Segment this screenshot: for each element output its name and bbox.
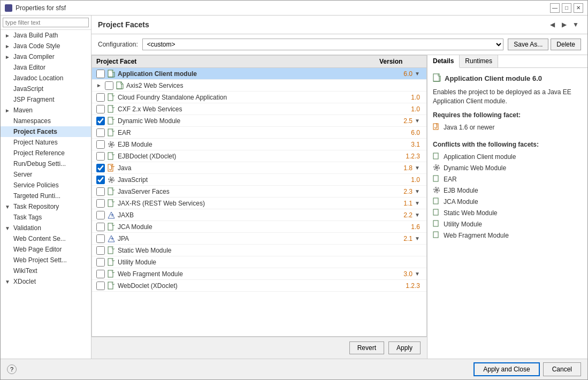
conflict-name-6: Static Web Module — [444, 209, 498, 217]
facet-row-static-web[interactable]: Static Web Module — [92, 245, 426, 256]
facet-checkbox-app-client[interactable] — [96, 70, 105, 78]
facet-checkbox-jsf[interactable] — [96, 187, 105, 196]
facet-ver-dropdown-jpa[interactable]: ▼ — [415, 235, 422, 241]
sidebar-item-project-natures[interactable]: Project Natures — [1, 137, 91, 148]
sidebar-item-wikitext[interactable]: WikiText — [1, 265, 91, 276]
facet-row-webdoclet[interactable]: WebDoclet (XDoclet) 1.2.3 — [92, 280, 426, 292]
facet-row-cloud-foundry[interactable]: Cloud Foundry Standalone Application 1.0 — [92, 92, 426, 103]
facet-row-jca[interactable]: JCA Module 1.6 — [92, 221, 426, 233]
facet-checkbox-java[interactable] — [96, 164, 105, 172]
facet-ver-dropdown-jaxb[interactable]: ▼ — [415, 212, 422, 218]
facet-row-dynamic-web[interactable]: Dynamic Web Module 2.5 ▼ — [92, 115, 426, 127]
facet-ver-dropdown-app-client[interactable]: ▼ — [415, 71, 422, 77]
facet-checkbox-ejb[interactable] — [96, 140, 105, 149]
config-select[interactable]: <custom> — [142, 39, 504, 50]
sidebar-item-validation[interactable]: ▼ Validation — [1, 223, 91, 233]
sidebar-item-web-project[interactable]: Web Project Sett... — [1, 255, 91, 265]
sidebar-item-web-page-editor[interactable]: Web Page Editor — [1, 244, 91, 255]
facet-ver-dropdown-dynamic-web[interactable]: ▼ — [415, 118, 422, 124]
back-button[interactable]: ◀ — [547, 20, 558, 29]
facet-checkbox-javascript[interactable] — [96, 176, 105, 184]
details-conflicts-list: Application Client module Dynamic Web Mo… — [433, 151, 582, 241]
conflict-name-4: EJB Module — [444, 187, 478, 194]
facet-row-app-client[interactable]: Application Client module 6.0 ▼ — [92, 68, 426, 80]
facet-checkbox-jaxrs[interactable] — [96, 199, 105, 208]
sidebar-item-targeted-runtimes[interactable]: Targeted Runti... — [1, 191, 91, 201]
tab-runtimes[interactable]: Runtimes — [460, 55, 498, 67]
facet-checkbox-web-fragment[interactable] — [96, 270, 105, 278]
svg-rect-33 — [433, 198, 438, 204]
dropdown-button[interactable]: ▼ — [570, 20, 581, 29]
details-panel: Details Runtimes Application Client modu… — [427, 55, 587, 359]
sidebar-item-web-content[interactable]: Web Content Se... — [1, 233, 91, 244]
facet-checkbox-jca[interactable] — [96, 223, 105, 231]
facet-checkbox-axis2[interactable] — [105, 81, 113, 90]
facet-checkbox-cxf[interactable] — [96, 105, 105, 113]
sidebar-item-project-facets[interactable]: Project Facets — [1, 126, 91, 137]
facet-name-jsf: JavaServer Faces — [118, 188, 388, 195]
sidebar-item-java-build-path[interactable]: ► Java Build Path — [1, 30, 91, 41]
sidebar-item-java-compiler[interactable]: ► Java Compiler — [1, 51, 91, 62]
facet-row-utility[interactable]: Utility Module — [92, 256, 426, 268]
facet-checkbox-static-web[interactable] — [96, 246, 105, 255]
facet-row-jaxrs[interactable]: JAX-RS (REST Web Services) 1.1 ▼ — [92, 197, 426, 209]
expand-arrow-axis2[interactable]: ► — [96, 82, 103, 88]
sidebar-item-javadoc-location[interactable]: Javadoc Location — [1, 73, 91, 83]
facet-ver-dropdown-web-fragment[interactable]: ▼ — [415, 271, 422, 277]
facet-ver-dropdown-java[interactable]: ▼ — [415, 165, 422, 171]
facet-checkbox-utility[interactable] — [96, 258, 105, 267]
sidebar-item-namespaces[interactable]: Namespaces — [1, 116, 91, 126]
sidebar-item-task-tags[interactable]: Task Tags — [1, 212, 91, 223]
expand-arrow: ► — [5, 54, 11, 60]
facet-checkbox-cloud-foundry[interactable] — [96, 93, 105, 102]
facet-row-ear[interactable]: EAR 6.0 — [92, 127, 426, 139]
apply-close-button[interactable]: Apply and Close — [474, 362, 539, 376]
sidebar-item-java-editor[interactable]: Java Editor — [1, 62, 91, 73]
facet-row-javascript[interactable]: JavaScript 1.0 — [92, 174, 426, 186]
facet-checkbox-ear[interactable] — [96, 128, 105, 137]
cancel-button[interactable]: Cancel — [543, 362, 581, 376]
java-icon: J — [107, 164, 116, 172]
maximize-button[interactable]: □ — [562, 3, 571, 13]
facet-checkbox-ejbdoclet[interactable] — [96, 152, 105, 161]
gear-icon-conflict-4 — [433, 186, 440, 195]
facet-row-axis2[interactable]: ► Axis2 Web Services — [92, 80, 426, 92]
facet-row-jaxb[interactable]: + JAXB 2.2 ▼ — [92, 209, 426, 221]
sidebar-item-javascript[interactable]: JavaScript — [1, 83, 91, 94]
delete-button[interactable]: Delete — [551, 39, 581, 50]
sidebar-item-label: Namespaces — [13, 117, 51, 125]
revert-button[interactable]: Revert — [349, 341, 384, 354]
forward-button[interactable]: ▶ — [559, 20, 569, 29]
facet-row-cxf[interactable]: CXF 2.x Web Services 1.0 — [92, 103, 426, 115]
sidebar-item-xdoclet[interactable]: ▼ XDoclet — [1, 276, 91, 287]
facet-name-ejbdoclet: EJBDoclet (XDoclet) — [118, 153, 395, 160]
facet-row-jpa[interactable]: + JPA 2.1 ▼ — [92, 233, 426, 245]
apply-button[interactable]: Apply — [388, 341, 421, 354]
doc-icon-conflict-8 — [433, 231, 440, 240]
close-button[interactable]: ✕ — [574, 3, 583, 13]
save-as-button[interactable]: Save As... — [508, 39, 548, 50]
help-button[interactable]: ? — [7, 364, 17, 374]
sidebar-item-task-repository[interactable]: ▼ Task Repository — [1, 201, 91, 212]
facet-row-ejb[interactable]: EJB Module 3.1 — [92, 139, 426, 150]
sidebar-item-project-reference[interactable]: Project Reference — [1, 148, 91, 158]
filter-input[interactable] — [3, 18, 89, 27]
facet-row-jsf[interactable]: JavaServer Faces 2.3 ▼ — [92, 186, 426, 197]
sidebar-item-java-code-style[interactable]: ► Java Code Style — [1, 41, 91, 51]
sidebar-item-maven[interactable]: ► Maven — [1, 105, 91, 116]
facet-ver-dropdown-jaxrs[interactable]: ▼ — [415, 200, 422, 206]
sidebar-item-service-policies[interactable]: Service Policies — [1, 180, 91, 191]
facet-row-java[interactable]: J Java 1.8 ▼ — [92, 162, 426, 174]
sidebar-item-server[interactable]: Server — [1, 169, 91, 180]
minimize-button[interactable]: ― — [550, 3, 560, 13]
sidebar-item-jsp-fragment[interactable]: JSP Fragment — [1, 94, 91, 105]
facet-checkbox-jaxb[interactable] — [96, 211, 105, 219]
facet-row-ejbdoclet[interactable]: EJBDoclet (XDoclet) 1.2.3 — [92, 150, 426, 162]
facet-ver-dropdown-jsf[interactable]: ▼ — [415, 188, 422, 194]
facet-checkbox-dynamic-web[interactable] — [96, 117, 105, 125]
tab-details[interactable]: Details — [427, 55, 460, 68]
sidebar-item-run-debug[interactable]: Run/Debug Setti... — [1, 158, 91, 169]
facet-checkbox-webdoclet[interactable] — [96, 282, 105, 290]
facet-row-web-fragment[interactable]: Web Fragment Module 3.0 ▼ — [92, 268, 426, 280]
facet-checkbox-jpa[interactable] — [96, 234, 105, 243]
